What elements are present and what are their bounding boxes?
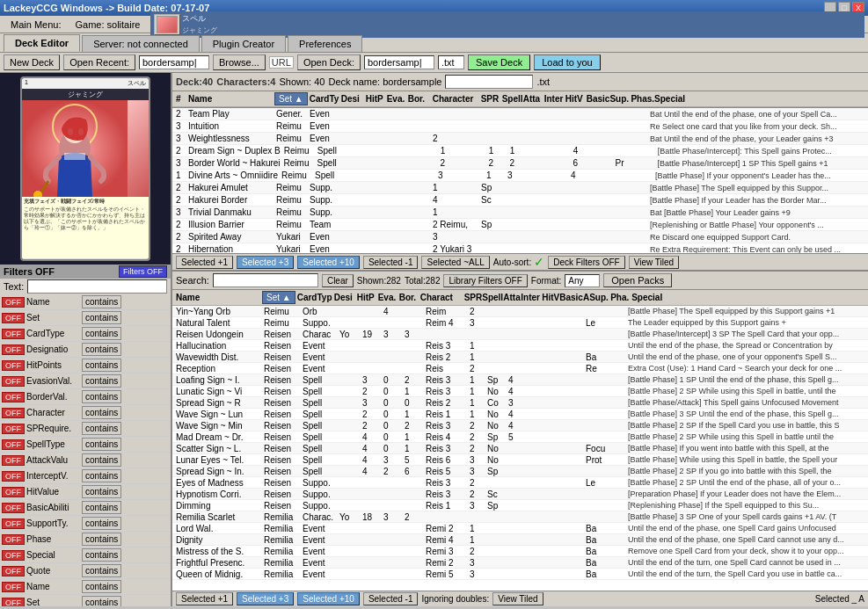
table-row[interactable]: Hypnotism Corri. Reisen Suppo. Reis 3 2 … (172, 489, 868, 500)
filter-contains-button[interactable]: contains (82, 327, 121, 340)
filter-off-button[interactable]: OFF (2, 534, 25, 545)
format-input[interactable] (565, 274, 600, 287)
selected-plus1-btn[interactable]: Selected +1 (176, 256, 233, 269)
table-row[interactable]: Frightful Presenc. Remilia Event Remi 2 … (172, 557, 868, 569)
new-deck-button[interactable]: New Deck (4, 54, 60, 70)
set-sort-button[interactable]: Set ▲ (274, 92, 308, 105)
open-deck-button[interactable]: Open Deck: (297, 54, 361, 70)
filter-contains-button[interactable]: contains (82, 374, 121, 388)
filter-off-button[interactable]: OFF (2, 408, 25, 418)
filter-contains-button[interactable]: contains (82, 438, 121, 451)
filter-contains-button[interactable]: contains (82, 485, 121, 498)
selected-minus-all-btn[interactable]: Selected ~ALL (421, 256, 489, 269)
selected-plus3-btn[interactable]: Selected +3 (237, 256, 294, 269)
table-row[interactable]: Reisen Udongein Reisen Charac Yo 19 3 3 … (172, 329, 868, 340)
lib-view-tiled-btn[interactable]: View Tiled (492, 592, 543, 605)
lib-selected-minus1-btn[interactable]: Selected -1 (363, 592, 419, 605)
url-indicator[interactable]: URL (269, 56, 294, 69)
library-filters-off-btn[interactable]: Library Filters OFF (443, 274, 527, 287)
filter-off-button[interactable]: OFF (2, 344, 25, 355)
filter-contains-button[interactable]: contains (82, 469, 121, 482)
filter-off-button[interactable]: OFF (2, 503, 25, 513)
text-filter-input[interactable] (27, 279, 167, 294)
load-to-you-button[interactable]: Load to you (534, 54, 601, 70)
table-row[interactable]: 3 Trivial Danmaku Reimu Supp. 1 Bat [Bat… (172, 207, 868, 219)
filter-contains-button[interactable]: contains (82, 580, 121, 593)
filter-off-button[interactable]: OFF (2, 518, 25, 529)
table-row[interactable]: Eyes of Madness Reisen Suppo. Reis 3 2 L… (172, 477, 868, 489)
open-recent-button[interactable]: Open Recent: (63, 54, 135, 70)
filter-contains-button[interactable]: contains (82, 453, 121, 467)
table-row[interactable]: Wave Sign ~ Lun Reisen Spell 2 0 1 Reis … (172, 409, 868, 420)
recent-input[interactable] (139, 55, 209, 69)
filter-off-button[interactable]: OFF (2, 471, 25, 482)
filter-contains-button[interactable]: contains (82, 501, 121, 514)
selected-plus10-btn[interactable]: Selected +10 (297, 256, 360, 269)
table-row[interactable]: Dimming Reisen Suppo. Reis 1 3 Sp [Reple… (172, 500, 868, 511)
table-row[interactable]: Reception Reisen Event Reis 2 Re Extra C… (172, 363, 868, 374)
table-row[interactable]: Spread Sign ~ In. Reisen Spell 4 2 6 Rei… (172, 466, 868, 477)
lib-selected-plus3-btn[interactable]: Selected +3 (237, 592, 294, 605)
filter-contains-button[interactable]: contains (82, 406, 121, 419)
filters-all-off-button[interactable]: Filters OFF (119, 265, 167, 278)
filter-off-button[interactable]: OFF (2, 582, 25, 592)
filter-off-button[interactable]: OFF (2, 376, 25, 387)
filter-off-button[interactable]: OFF (2, 598, 25, 607)
filter-off-button[interactable]: OFF (2, 313, 25, 323)
tab-preferences[interactable]: Preferences (288, 35, 362, 52)
filter-contains-button[interactable]: contains (82, 295, 121, 308)
menu-game[interactable]: Game: solitaire (68, 18, 147, 32)
deck-name-input[interactable] (364, 55, 434, 69)
filter-contains-button[interactable]: contains (82, 343, 121, 356)
table-row[interactable]: 2 Hibernation Yukari Even 2 Yukari 3 Re … (172, 243, 868, 253)
table-row[interactable]: 2 Illusion Barrier Reimu Team 2 Reimu, S… (172, 219, 868, 231)
table-row[interactable]: Spread Sign ~ R Reisen Spell 3 0 0 Reis … (172, 397, 868, 409)
lib-set-sort-button[interactable]: Set ▲ (262, 291, 295, 304)
table-row[interactable]: 3 Intuition Reimu Even Re Select one car… (172, 120, 868, 133)
open-packs-button[interactable]: Open Packs (603, 273, 672, 287)
deck-card-list[interactable]: 2 Team Play Gener. Even Bat Until the en… (172, 108, 868, 253)
deck-view-tiled-btn[interactable]: View Tiled (629, 256, 679, 269)
tab-server[interactable]: Server: not connected (82, 35, 200, 52)
table-row[interactable]: Queen of Midnig. Remilia Event Remi 5 3 … (172, 569, 868, 580)
table-row[interactable]: 2 Hakurei Border Reimu Supp. 4 Sc [Battl… (172, 194, 868, 207)
table-row[interactable]: Lord Wal. Remilia Event Remi 2 1 Ba Unti… (172, 523, 868, 534)
table-row[interactable]: 2 Spirited Away Yukari Even 3 Re Discard… (172, 231, 868, 243)
filter-contains-button[interactable]: contains (82, 548, 121, 562)
filter-off-button[interactable]: OFF (2, 487, 25, 497)
table-row[interactable]: 1 Divine Arts ~ Omniidire Reimu Spell 3 … (172, 170, 868, 182)
filter-contains-button[interactable]: contains (82, 311, 121, 324)
save-deck-button[interactable]: Save Deck (468, 54, 530, 70)
table-row[interactable]: Mad Dream ~ Dr. Reisen Spell 4 0 1 Reis … (172, 431, 868, 443)
filter-off-button[interactable]: OFF (2, 455, 25, 466)
filter-contains-button[interactable]: contains (82, 533, 121, 546)
table-row[interactable]: Loafing Sign ~ I. Reisen Spell 3 0 2 Rei… (172, 374, 868, 386)
table-row[interactable]: Natural Talent Reimu Suppo. Reim 4 3 Le … (172, 317, 868, 329)
filter-off-button[interactable]: OFF (2, 550, 25, 561)
table-row[interactable]: 2 Dream Sign ~ Duplex B Reimu Spell 1 1 … (172, 145, 868, 157)
filter-off-button[interactable]: OFF (2, 424, 25, 434)
table-row[interactable]: Lunar Eyes ~ Tel. Reisen Spell 4 3 5 Rei… (172, 454, 868, 466)
clear-button[interactable]: Clear (322, 274, 354, 287)
table-row[interactable]: Hallucination Reisen Event Reis 3 1 Unti… (172, 340, 868, 352)
table-row[interactable]: 2 Hakurei Amulet Reimu Supp. 1 Sp [Battl… (172, 182, 868, 194)
filter-contains-button[interactable]: contains (82, 390, 121, 403)
table-row[interactable]: Mistress of the S. Remilia Event Remi 3 … (172, 546, 868, 557)
browse-button[interactable]: Browse... (213, 54, 266, 70)
table-row[interactable]: Yin~Yang Orb Reimu Orb 4 Reim 2 [Battle … (172, 306, 868, 317)
tab-deck-editor[interactable]: Deck Editor (4, 34, 80, 52)
table-row[interactable]: 3 Weightlessness Reimu Even 2 Bat Until … (172, 133, 868, 145)
tab-plugin-creator[interactable]: Plugin Creator (201, 35, 286, 52)
filter-contains-button[interactable]: contains (82, 422, 121, 435)
table-row[interactable]: Scatter Sign ~ L. Reisen Spell 4 0 1 Rei… (172, 443, 868, 454)
filter-off-button[interactable]: OFF (2, 566, 25, 576)
table-row[interactable]: Lunatic Sign ~ Vi Reisen Spell 2 0 1 Rei… (172, 386, 868, 397)
table-row[interactable]: Remilia Scarlet Remilia Charac. Yo 18 3 … (172, 511, 868, 523)
filter-off-button[interactable]: OFF (2, 392, 25, 402)
table-row[interactable]: 3 Border World ~ Hakurei Reimu Spell 2 2… (172, 157, 868, 170)
deck-filters-off-btn[interactable]: Deck Filters OFF (548, 256, 625, 269)
table-row[interactable]: Wave Sign ~ Min Reisen Spell 2 0 2 Reis … (172, 420, 868, 431)
table-row[interactable]: Wavewidth Dist. Reisen Event Reis 2 1 Ba… (172, 352, 868, 363)
deck-name-field[interactable] (445, 75, 533, 89)
selected-minus1-btn[interactable]: Selected -1 (363, 256, 419, 269)
